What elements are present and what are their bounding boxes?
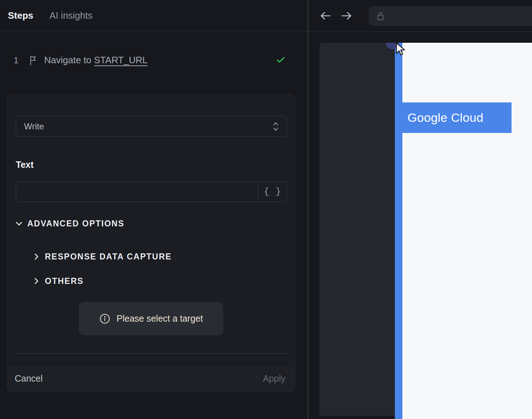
chevrons-up-down-icon [271, 121, 280, 132]
others-label: OTHERS [45, 276, 84, 286]
text-field-label: Text [16, 160, 34, 170]
editor-footer: Cancel Apply [8, 365, 295, 392]
check-icon [276, 55, 286, 65]
cancel-button[interactable]: Cancel [15, 373, 43, 384]
flag-icon [29, 56, 38, 66]
chevron-down-icon [15, 219, 23, 228]
highlighted-element-label: Google Cloud [407, 111, 484, 125]
address-bar[interactable] [369, 6, 532, 26]
braces-icon: { } [264, 187, 281, 197]
page-background [395, 43, 532, 419]
browser-viewport: Google Cloud [308, 32, 532, 419]
cursor-icon [395, 42, 407, 57]
response-data-capture-toggle[interactable]: RESPONSE DATA CAPTURE [32, 251, 172, 262]
info-icon [99, 313, 110, 324]
steps-panel: Steps AI insights 1 Navigate to START_UR… [0, 0, 308, 419]
highlighted-element[interactable]: Google Cloud [402, 102, 512, 133]
advanced-options-toggle[interactable]: ADVANCED OPTIONS [15, 218, 125, 229]
text-input[interactable] [16, 182, 258, 202]
response-data-capture-label: RESPONSE DATA CAPTURE [45, 252, 172, 262]
select-target-notice: Please select a target [79, 302, 223, 335]
highlight-stripe [395, 43, 402, 419]
back-button[interactable] [319, 9, 332, 22]
tab-steps[interactable]: Steps [8, 10, 33, 21]
step-title: Navigate to START_URL [44, 55, 148, 66]
step-title-prefix: Navigate to [44, 55, 94, 65]
text-input-group: { } [16, 181, 287, 202]
chevron-right-icon [32, 277, 41, 285]
tab-ai-insights[interactable]: AI insights [50, 10, 93, 21]
browser-panel: Google Cloud [308, 0, 532, 419]
others-toggle[interactable]: OTHERS [32, 275, 84, 287]
footer-divider [16, 353, 286, 354]
variables-button[interactable]: { } [258, 182, 287, 202]
page-dark-panel [319, 43, 395, 416]
step-editor-card: Write Text { } [7, 95, 295, 392]
step-title-link[interactable]: START_URL [94, 55, 148, 65]
action-select-value: Write [24, 121, 44, 132]
browser-toolbar [308, 0, 532, 32]
step-row[interactable]: 1 Navigate to START_URL [0, 50, 308, 70]
app-root: Steps AI insights 1 Navigate to START_UR… [0, 0, 532, 419]
panel-tabs: Steps AI insights [0, 0, 308, 32]
chevron-right-icon [32, 252, 41, 261]
select-target-notice-text: Please select a target [117, 313, 203, 324]
action-select[interactable]: Write [16, 116, 287, 137]
advanced-options-label: ADVANCED OPTIONS [27, 219, 125, 229]
apply-button[interactable]: Apply [263, 373, 285, 384]
step-index: 1 [14, 55, 18, 65]
forward-button[interactable] [340, 9, 353, 22]
lock-icon [377, 11, 384, 21]
